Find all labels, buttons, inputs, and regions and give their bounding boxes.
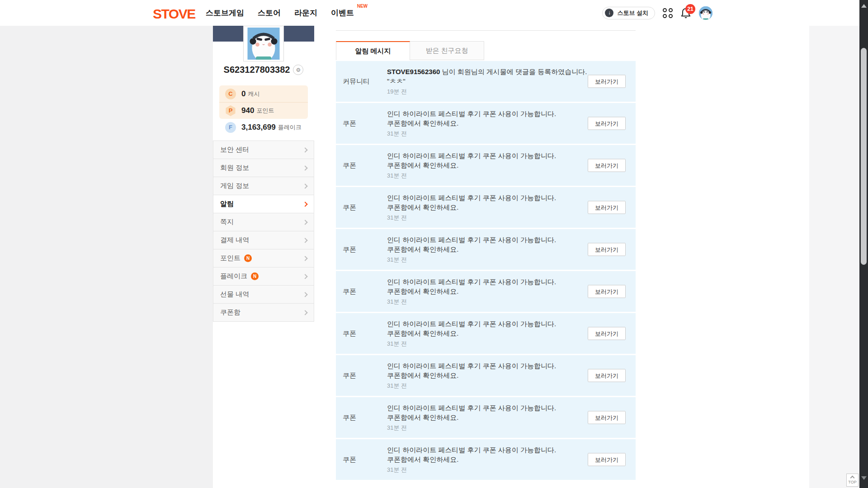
notification-time: 31분 전	[387, 214, 577, 222]
notification-category: 쿠폰	[343, 245, 386, 254]
view-button[interactable]: 보러가기	[588, 243, 626, 256]
flake-icon: F	[225, 122, 236, 133]
scroll-down-arrow-icon[interactable]	[861, 476, 867, 480]
profile-name-row: S623127803382⚙	[213, 65, 314, 75]
chevron-right-icon	[302, 310, 307, 315]
notification-submessage: 쿠폰함에서 확인하세요.	[387, 160, 577, 170]
new-dot-badge: N	[251, 272, 259, 280]
sidebar-item-게임-정보[interactable]: 게임 정보	[213, 177, 314, 195]
sidebar-item-플레이크[interactable]: 플레이크N	[213, 267, 314, 286]
right-margin	[809, 26, 859, 488]
notification-category: 쿠폰	[343, 287, 386, 296]
new-badge: NEW	[357, 4, 368, 9]
view-button[interactable]: 보러가기	[588, 201, 626, 214]
view-button[interactable]: 보러가기	[588, 117, 626, 130]
currency-icon: C	[225, 89, 236, 99]
notification-time: 31분 전	[387, 340, 577, 348]
notification-time: 31분 전	[387, 466, 577, 474]
notification-body: 인디 하이라이트 페스티벌 후기 쿠폰 사용이 가능합니다. 쿠폰함에서 확인하…	[387, 277, 577, 306]
flake-value: 3,163,699	[241, 123, 276, 132]
sidebar-item-포인트[interactable]: 포인트N	[213, 249, 314, 267]
wallet-unit: 캐시	[248, 90, 259, 98]
notification-message: 인디 하이라이트 페스티벌 후기 쿠폰 사용이 가능합니다.	[387, 193, 577, 202]
profile-avatar[interactable]	[243, 26, 284, 61]
scroll-up-arrow-icon[interactable]	[861, 4, 867, 8]
gear-icon: ⚙	[296, 67, 301, 73]
notification-list: 커뮤니티 STOVE91562360 님이 회원님의 게시물에 댓글을 등록하였…	[336, 61, 636, 481]
notification-message: 인디 하이라이트 페스티벌 후기 쿠폰 사용이 가능합니다.	[387, 319, 577, 328]
view-button[interactable]: 보러가기	[588, 453, 626, 466]
notification-submessage: 쿠폰함에서 확인하세요.	[387, 202, 577, 212]
tab-friend-requests[interactable]: 받은 친구요청	[410, 41, 484, 60]
notification-submessage: 쿠폰함에서 확인하세요.	[387, 455, 577, 464]
install-stove-button[interactable]: ↓ 스토브 설치	[602, 7, 655, 19]
tab-notification-messages[interactable]: 알림 메시지	[336, 41, 410, 60]
chevron-right-icon	[302, 274, 307, 279]
nav-item-3[interactable]: 이벤트NEW	[331, 8, 354, 18]
wallet-value: 940	[241, 106, 254, 115]
view-button[interactable]: 보러가기	[588, 285, 626, 298]
wallet-box: C 0 캐시 P 940 포인트	[219, 85, 308, 119]
notification-submessage: "ㅊㅊ"	[387, 76, 577, 86]
chevron-right-icon	[302, 220, 307, 225]
notification-category: 쿠폰	[343, 119, 386, 128]
notification-body: 인디 하이라이트 페스티벌 후기 쿠폰 사용이 가능합니다. 쿠폰함에서 확인하…	[387, 193, 577, 222]
chevron-right-icon	[302, 292, 307, 297]
scrollbar-thumb[interactable]	[861, 48, 867, 265]
notification-message: STOVE91562360 님이 회원님의 게시물에 댓글을 등록하였습니다.	[387, 67, 577, 76]
wallet-row[interactable]: C 0 캐시	[219, 85, 308, 102]
sidebar-item-선물-내역[interactable]: 선물 내역	[213, 285, 314, 304]
sidebar-menu: 보안 센터 회원 정보 게임 정보 알림 쪽지 결제 내역 포인트N 플레이크N…	[213, 141, 314, 322]
notification-row: 쿠폰 인디 하이라이트 페스티벌 후기 쿠폰 사용이 가능합니다. 쿠폰함에서 …	[336, 145, 636, 186]
notification-submessage: 쿠폰함에서 확인하세요.	[387, 371, 577, 380]
view-button[interactable]: 보러가기	[588, 411, 626, 424]
view-button[interactable]: 보러가기	[588, 327, 626, 340]
notification-row: 쿠폰 인디 하이라이트 페스티벌 후기 쿠폰 사용이 가능합니다. 쿠폰함에서 …	[336, 271, 636, 312]
stove-logo[interactable]: STOVE	[153, 6, 195, 22]
view-button[interactable]: 보러가기	[588, 369, 626, 382]
apps-grid-icon[interactable]	[663, 8, 673, 18]
sidebar-item-쪽지[interactable]: 쪽지	[213, 213, 314, 231]
notification-time: 31분 전	[387, 256, 577, 264]
flake-unit: 플레이크	[278, 123, 302, 131]
notification-row: 쿠폰 인디 하이라이트 페스티벌 후기 쿠폰 사용이 가능합니다. 쿠폰함에서 …	[336, 187, 636, 228]
chevron-right-icon	[302, 147, 307, 152]
flake-row[interactable]: F 3,163,699 플레이크	[219, 119, 308, 136]
username: S623127803382	[224, 65, 290, 75]
notification-row: 쿠폰 인디 하이라이트 페스티벌 후기 쿠폰 사용이 가능합니다. 쿠폰함에서 …	[336, 355, 636, 396]
notification-count-badge: 21	[685, 4, 695, 14]
sidebar-item-보안-센터[interactable]: 보안 센터	[213, 141, 314, 159]
notification-row: 쿠폰 인디 하이라이트 페스티벌 후기 쿠폰 사용이 가능합니다. 쿠폰함에서 …	[336, 313, 636, 354]
download-icon: ↓	[605, 9, 613, 17]
notification-message: 인디 하이라이트 페스티벌 후기 쿠폰 사용이 가능합니다.	[387, 361, 577, 371]
view-button[interactable]: 보러가기	[588, 75, 626, 88]
profile-settings-button[interactable]: ⚙	[293, 65, 303, 75]
notification-category: 쿠폰	[343, 329, 386, 338]
sidebar-item-회원-정보[interactable]: 회원 정보	[213, 159, 314, 177]
notification-time: 31분 전	[387, 130, 577, 138]
nav-item-1[interactable]: 스토어	[258, 8, 281, 18]
sidebar-item-결제-내역[interactable]: 결제 내역	[213, 231, 314, 249]
notification-body: 인디 하이라이트 페스티벌 후기 쿠폰 사용이 가능합니다. 쿠폰함에서 확인하…	[387, 403, 577, 432]
notification-category: 쿠폰	[343, 203, 386, 212]
new-dot-badge: N	[244, 254, 252, 262]
chevron-right-icon	[302, 256, 307, 261]
notification-category: 쿠폰	[343, 413, 386, 422]
notification-bell-button[interactable]: 21	[680, 7, 691, 19]
notification-body: 인디 하이라이트 페스티벌 후기 쿠폰 사용이 가능합니다. 쿠폰함에서 확인하…	[387, 319, 577, 348]
notification-time: 31분 전	[387, 298, 577, 306]
tab-bar: 알림 메시지받은 친구요청	[336, 41, 484, 60]
header-avatar[interactable]	[699, 6, 712, 20]
sidebar-item-알림[interactable]: 알림	[213, 195, 314, 213]
scrollbar-track[interactable]	[859, 0, 868, 488]
app-header: STOVE 스토브게임스토어라운지이벤트NEW ↓ 스토브 설치 21	[0, 0, 868, 26]
wallet-row[interactable]: P 940 포인트	[219, 102, 308, 119]
notification-body: 인디 하이라이트 페스티벌 후기 쿠폰 사용이 가능합니다. 쿠폰함에서 확인하…	[387, 361, 577, 390]
scroll-to-top-button[interactable]: TOP	[846, 474, 859, 487]
nav-item-2[interactable]: 라운지	[294, 8, 317, 18]
sidebar-item-쿠폰함[interactable]: 쿠폰함	[213, 303, 314, 322]
notification-message: 인디 하이라이트 페스티벌 후기 쿠폰 사용이 가능합니다.	[387, 235, 577, 244]
view-button[interactable]: 보러가기	[588, 159, 626, 172]
notification-category: 쿠폰	[343, 455, 386, 464]
nav-item-0[interactable]: 스토브게임	[206, 8, 244, 18]
